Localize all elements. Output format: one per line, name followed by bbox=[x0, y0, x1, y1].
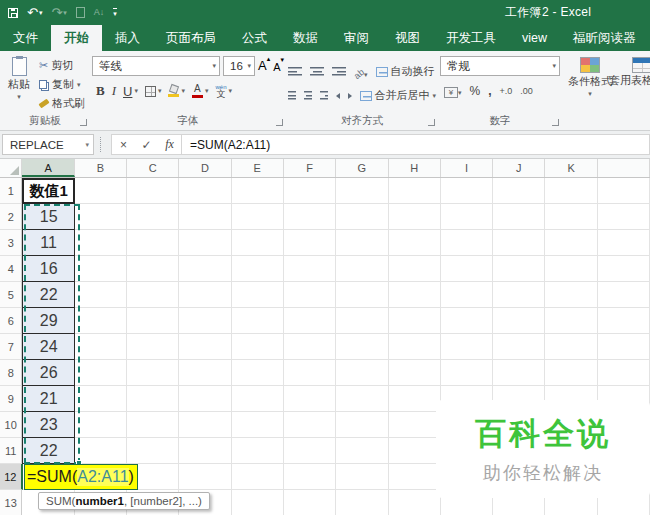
tab-福昕阅读器[interactable]: 福昕阅读器 bbox=[560, 25, 649, 51]
tab-插入[interactable]: 插入 bbox=[102, 25, 153, 51]
fill-color-button[interactable] bbox=[168, 85, 179, 97]
format-as-table-button[interactable]: 套用表格格式 bbox=[616, 54, 650, 130]
row-header-8[interactable]: 8 bbox=[0, 360, 22, 386]
decrease-font-icon[interactable]: A▾ bbox=[273, 60, 284, 73]
cell-D2[interactable] bbox=[179, 204, 231, 230]
row-header-5[interactable]: 5 bbox=[0, 282, 22, 308]
italic-button[interactable]: I bbox=[112, 83, 116, 99]
cell-E7[interactable] bbox=[232, 334, 284, 360]
cell-C10[interactable] bbox=[127, 412, 179, 438]
increase-decimal-button[interactable]: +.0 bbox=[500, 86, 513, 96]
cell-A10[interactable]: 23 bbox=[22, 412, 74, 438]
cell-G3[interactable] bbox=[336, 230, 388, 256]
cell-H7[interactable] bbox=[389, 334, 441, 360]
tab-公式[interactable]: 公式 bbox=[229, 25, 280, 51]
font-name-combo[interactable]: 等线▾ bbox=[92, 56, 220, 76]
wrap-text-button[interactable]: 自动换行 bbox=[376, 64, 435, 79]
cell-D10[interactable] bbox=[179, 412, 231, 438]
cell-I7[interactable] bbox=[441, 334, 493, 360]
cell-D11[interactable] bbox=[179, 438, 231, 464]
cell-E3[interactable] bbox=[232, 230, 284, 256]
active-cell-formula[interactable]: =SUM(A2:A11) bbox=[24, 464, 138, 490]
cell-L8[interactable] bbox=[598, 360, 650, 386]
column-header-E[interactable]: E bbox=[232, 159, 284, 177]
cell-D12[interactable] bbox=[179, 464, 231, 490]
cell-E6[interactable] bbox=[232, 308, 284, 334]
cell-B3[interactable] bbox=[75, 230, 127, 256]
row-header-2[interactable]: 2 bbox=[0, 204, 22, 230]
cut-button[interactable]: ✂剪切 bbox=[36, 56, 88, 75]
cell-F5[interactable] bbox=[284, 282, 336, 308]
clipboard-dialog-launcher[interactable] bbox=[80, 119, 87, 126]
phonetic-button[interactable]: wén文 bbox=[215, 84, 226, 99]
cell-E11[interactable] bbox=[232, 438, 284, 464]
cell-B7[interactable] bbox=[75, 334, 127, 360]
column-header-B[interactable]: B bbox=[75, 159, 127, 177]
row-header-1[interactable]: 1 bbox=[0, 178, 22, 204]
cell-K6[interactable] bbox=[545, 308, 597, 334]
cell-D3[interactable] bbox=[179, 230, 231, 256]
cell-E12[interactable] bbox=[232, 464, 284, 490]
cell-E13[interactable] bbox=[232, 490, 284, 515]
cell-J8[interactable] bbox=[493, 360, 545, 386]
column-header-J[interactable]: J bbox=[493, 159, 545, 177]
cell-H2[interactable] bbox=[389, 204, 441, 230]
column-header-D[interactable]: D bbox=[179, 159, 231, 177]
cell-H4[interactable] bbox=[389, 256, 441, 282]
cell-G7[interactable] bbox=[336, 334, 388, 360]
cell-F12[interactable] bbox=[284, 464, 336, 490]
cell-B11[interactable] bbox=[75, 438, 127, 464]
cell-H9[interactable] bbox=[389, 386, 441, 412]
cell-J1[interactable] bbox=[493, 178, 545, 204]
row-header-10[interactable]: 10 bbox=[0, 412, 22, 438]
column-header-G[interactable]: G bbox=[336, 159, 388, 177]
cell-C3[interactable] bbox=[127, 230, 179, 256]
cell-D1[interactable] bbox=[179, 178, 231, 204]
cell-B2[interactable] bbox=[75, 204, 127, 230]
tab-数据[interactable]: 数据 bbox=[280, 25, 331, 51]
cell-C2[interactable] bbox=[127, 204, 179, 230]
cell-F10[interactable] bbox=[284, 412, 336, 438]
cell-H8[interactable] bbox=[389, 360, 441, 386]
cell-A11[interactable]: 22 bbox=[22, 438, 74, 464]
cell-C1[interactable] bbox=[127, 178, 179, 204]
cell-C7[interactable] bbox=[127, 334, 179, 360]
cell-H11[interactable] bbox=[389, 438, 441, 464]
row-header-13[interactable]: 13 bbox=[0, 490, 22, 515]
row-header-9[interactable]: 9 bbox=[0, 386, 22, 412]
row-header-6[interactable]: 6 bbox=[0, 308, 22, 334]
cell-F6[interactable] bbox=[284, 308, 336, 334]
tab-开发工具[interactable]: 开发工具 bbox=[433, 25, 509, 51]
cell-G8[interactable] bbox=[336, 360, 388, 386]
bold-button[interactable]: B bbox=[96, 83, 105, 99]
cell-B9[interactable] bbox=[75, 386, 127, 412]
cell-H10[interactable] bbox=[389, 412, 441, 438]
column-header-I[interactable]: I bbox=[441, 159, 493, 177]
cell-A3[interactable]: 11 bbox=[22, 230, 74, 256]
cell-F1[interactable] bbox=[284, 178, 336, 204]
tab-页面布局[interactable]: 页面布局 bbox=[153, 25, 229, 51]
cell-G12[interactable] bbox=[336, 464, 388, 490]
cancel-button[interactable]: × bbox=[112, 138, 135, 152]
cell-H12[interactable] bbox=[389, 464, 441, 490]
cell-F13[interactable] bbox=[284, 490, 336, 515]
cell-G6[interactable] bbox=[336, 308, 388, 334]
cell-C9[interactable] bbox=[127, 386, 179, 412]
cell-I4[interactable] bbox=[441, 256, 493, 282]
cell-G13[interactable] bbox=[336, 490, 388, 515]
cell-K3[interactable] bbox=[545, 230, 597, 256]
paste-button[interactable]: 粘贴 ▾ bbox=[2, 54, 36, 113]
cell-G11[interactable] bbox=[336, 438, 388, 464]
tab-审阅[interactable]: 审阅 bbox=[331, 25, 382, 51]
cell-J7[interactable] bbox=[493, 334, 545, 360]
redo-icon[interactable]: ↷▾ bbox=[51, 6, 66, 19]
cell-J2[interactable] bbox=[493, 204, 545, 230]
cell-E4[interactable] bbox=[232, 256, 284, 282]
cell-J3[interactable] bbox=[493, 230, 545, 256]
cell-A4[interactable]: 16 bbox=[22, 256, 74, 282]
tab-view[interactable]: view bbox=[509, 25, 560, 51]
borders-icon[interactable] bbox=[145, 86, 156, 97]
cell-D4[interactable] bbox=[179, 256, 231, 282]
name-box-splitter[interactable] bbox=[100, 137, 109, 152]
orientation-button[interactable]: ab▾ bbox=[354, 63, 368, 81]
